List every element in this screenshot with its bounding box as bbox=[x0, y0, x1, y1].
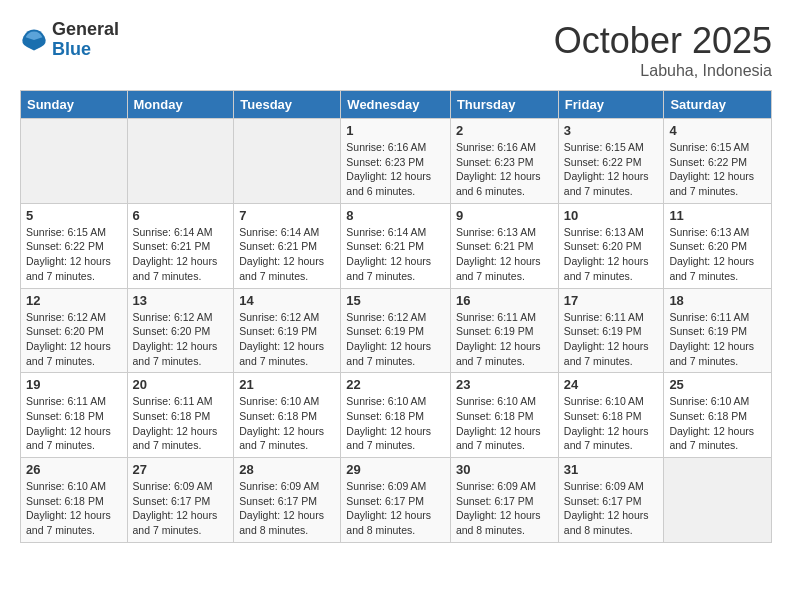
calendar-cell bbox=[127, 119, 234, 204]
calendar-header-thursday: Thursday bbox=[450, 91, 558, 119]
calendar-cell: 21Sunrise: 6:10 AM Sunset: 6:18 PM Dayli… bbox=[234, 373, 341, 458]
calendar-cell: 24Sunrise: 6:10 AM Sunset: 6:18 PM Dayli… bbox=[558, 373, 664, 458]
day-info: Sunrise: 6:14 AM Sunset: 6:21 PM Dayligh… bbox=[239, 225, 335, 284]
calendar-cell: 31Sunrise: 6:09 AM Sunset: 6:17 PM Dayli… bbox=[558, 458, 664, 543]
day-number: 29 bbox=[346, 462, 445, 477]
day-info: Sunrise: 6:10 AM Sunset: 6:18 PM Dayligh… bbox=[26, 479, 122, 538]
calendar-cell: 2Sunrise: 6:16 AM Sunset: 6:23 PM Daylig… bbox=[450, 119, 558, 204]
day-number: 17 bbox=[564, 293, 659, 308]
day-info: Sunrise: 6:09 AM Sunset: 6:17 PM Dayligh… bbox=[239, 479, 335, 538]
day-info: Sunrise: 6:11 AM Sunset: 6:19 PM Dayligh… bbox=[669, 310, 766, 369]
day-info: Sunrise: 6:10 AM Sunset: 6:18 PM Dayligh… bbox=[346, 394, 445, 453]
day-number: 15 bbox=[346, 293, 445, 308]
day-info: Sunrise: 6:15 AM Sunset: 6:22 PM Dayligh… bbox=[26, 225, 122, 284]
day-number: 25 bbox=[669, 377, 766, 392]
calendar-header-friday: Friday bbox=[558, 91, 664, 119]
calendar-cell: 27Sunrise: 6:09 AM Sunset: 6:17 PM Dayli… bbox=[127, 458, 234, 543]
logo-blue: Blue bbox=[52, 40, 119, 60]
day-number: 27 bbox=[133, 462, 229, 477]
calendar-header-sunday: Sunday bbox=[21, 91, 128, 119]
day-info: Sunrise: 6:09 AM Sunset: 6:17 PM Dayligh… bbox=[133, 479, 229, 538]
day-info: Sunrise: 6:09 AM Sunset: 6:17 PM Dayligh… bbox=[456, 479, 553, 538]
logo-text: General Blue bbox=[52, 20, 119, 60]
day-number: 28 bbox=[239, 462, 335, 477]
calendar-cell: 13Sunrise: 6:12 AM Sunset: 6:20 PM Dayli… bbox=[127, 288, 234, 373]
calendar-cell bbox=[21, 119, 128, 204]
calendar-cell: 12Sunrise: 6:12 AM Sunset: 6:20 PM Dayli… bbox=[21, 288, 128, 373]
day-number: 21 bbox=[239, 377, 335, 392]
page-header: General Blue October 2025 Labuha, Indone… bbox=[20, 20, 772, 80]
day-number: 12 bbox=[26, 293, 122, 308]
calendar-week-row: 5Sunrise: 6:15 AM Sunset: 6:22 PM Daylig… bbox=[21, 203, 772, 288]
calendar-cell bbox=[234, 119, 341, 204]
calendar-header-monday: Monday bbox=[127, 91, 234, 119]
logo-general: General bbox=[52, 20, 119, 40]
day-number: 7 bbox=[239, 208, 335, 223]
calendar-week-row: 19Sunrise: 6:11 AM Sunset: 6:18 PM Dayli… bbox=[21, 373, 772, 458]
calendar-cell: 17Sunrise: 6:11 AM Sunset: 6:19 PM Dayli… bbox=[558, 288, 664, 373]
month-title: October 2025 bbox=[554, 20, 772, 62]
title-section: October 2025 Labuha, Indonesia bbox=[554, 20, 772, 80]
day-number: 23 bbox=[456, 377, 553, 392]
calendar-cell: 25Sunrise: 6:10 AM Sunset: 6:18 PM Dayli… bbox=[664, 373, 772, 458]
day-number: 19 bbox=[26, 377, 122, 392]
day-number: 24 bbox=[564, 377, 659, 392]
day-number: 18 bbox=[669, 293, 766, 308]
day-number: 13 bbox=[133, 293, 229, 308]
day-info: Sunrise: 6:15 AM Sunset: 6:22 PM Dayligh… bbox=[564, 140, 659, 199]
day-number: 8 bbox=[346, 208, 445, 223]
day-info: Sunrise: 6:13 AM Sunset: 6:20 PM Dayligh… bbox=[564, 225, 659, 284]
day-number: 9 bbox=[456, 208, 553, 223]
logo: General Blue bbox=[20, 20, 119, 60]
day-number: 31 bbox=[564, 462, 659, 477]
day-number: 10 bbox=[564, 208, 659, 223]
day-number: 1 bbox=[346, 123, 445, 138]
day-number: 30 bbox=[456, 462, 553, 477]
day-info: Sunrise: 6:10 AM Sunset: 6:18 PM Dayligh… bbox=[456, 394, 553, 453]
calendar-week-row: 12Sunrise: 6:12 AM Sunset: 6:20 PM Dayli… bbox=[21, 288, 772, 373]
calendar-cell: 29Sunrise: 6:09 AM Sunset: 6:17 PM Dayli… bbox=[341, 458, 451, 543]
day-number: 14 bbox=[239, 293, 335, 308]
day-number: 4 bbox=[669, 123, 766, 138]
day-number: 11 bbox=[669, 208, 766, 223]
day-info: Sunrise: 6:10 AM Sunset: 6:18 PM Dayligh… bbox=[239, 394, 335, 453]
calendar-table: SundayMondayTuesdayWednesdayThursdayFrid… bbox=[20, 90, 772, 543]
calendar-cell: 8Sunrise: 6:14 AM Sunset: 6:21 PM Daylig… bbox=[341, 203, 451, 288]
calendar-cell: 5Sunrise: 6:15 AM Sunset: 6:22 PM Daylig… bbox=[21, 203, 128, 288]
calendar-cell: 18Sunrise: 6:11 AM Sunset: 6:19 PM Dayli… bbox=[664, 288, 772, 373]
day-info: Sunrise: 6:12 AM Sunset: 6:20 PM Dayligh… bbox=[26, 310, 122, 369]
calendar-cell: 4Sunrise: 6:15 AM Sunset: 6:22 PM Daylig… bbox=[664, 119, 772, 204]
calendar-cell: 23Sunrise: 6:10 AM Sunset: 6:18 PM Dayli… bbox=[450, 373, 558, 458]
calendar-cell: 15Sunrise: 6:12 AM Sunset: 6:19 PM Dayli… bbox=[341, 288, 451, 373]
day-info: Sunrise: 6:16 AM Sunset: 6:23 PM Dayligh… bbox=[456, 140, 553, 199]
calendar-cell: 14Sunrise: 6:12 AM Sunset: 6:19 PM Dayli… bbox=[234, 288, 341, 373]
day-info: Sunrise: 6:15 AM Sunset: 6:22 PM Dayligh… bbox=[669, 140, 766, 199]
calendar-cell: 7Sunrise: 6:14 AM Sunset: 6:21 PM Daylig… bbox=[234, 203, 341, 288]
day-number: 22 bbox=[346, 377, 445, 392]
calendar-cell: 20Sunrise: 6:11 AM Sunset: 6:18 PM Dayli… bbox=[127, 373, 234, 458]
calendar-header-wednesday: Wednesday bbox=[341, 91, 451, 119]
day-info: Sunrise: 6:14 AM Sunset: 6:21 PM Dayligh… bbox=[133, 225, 229, 284]
day-info: Sunrise: 6:11 AM Sunset: 6:18 PM Dayligh… bbox=[26, 394, 122, 453]
day-info: Sunrise: 6:09 AM Sunset: 6:17 PM Dayligh… bbox=[346, 479, 445, 538]
calendar-header-saturday: Saturday bbox=[664, 91, 772, 119]
calendar-cell: 30Sunrise: 6:09 AM Sunset: 6:17 PM Dayli… bbox=[450, 458, 558, 543]
calendar-cell: 19Sunrise: 6:11 AM Sunset: 6:18 PM Dayli… bbox=[21, 373, 128, 458]
day-info: Sunrise: 6:12 AM Sunset: 6:20 PM Dayligh… bbox=[133, 310, 229, 369]
day-number: 6 bbox=[133, 208, 229, 223]
calendar-cell: 10Sunrise: 6:13 AM Sunset: 6:20 PM Dayli… bbox=[558, 203, 664, 288]
calendar-cell: 1Sunrise: 6:16 AM Sunset: 6:23 PM Daylig… bbox=[341, 119, 451, 204]
calendar-cell: 9Sunrise: 6:13 AM Sunset: 6:21 PM Daylig… bbox=[450, 203, 558, 288]
day-info: Sunrise: 6:11 AM Sunset: 6:19 PM Dayligh… bbox=[456, 310, 553, 369]
location: Labuha, Indonesia bbox=[554, 62, 772, 80]
day-info: Sunrise: 6:12 AM Sunset: 6:19 PM Dayligh… bbox=[239, 310, 335, 369]
calendar-week-row: 26Sunrise: 6:10 AM Sunset: 6:18 PM Dayli… bbox=[21, 458, 772, 543]
calendar-header-tuesday: Tuesday bbox=[234, 91, 341, 119]
day-number: 26 bbox=[26, 462, 122, 477]
day-info: Sunrise: 6:14 AM Sunset: 6:21 PM Dayligh… bbox=[346, 225, 445, 284]
logo-icon bbox=[20, 26, 48, 54]
day-info: Sunrise: 6:16 AM Sunset: 6:23 PM Dayligh… bbox=[346, 140, 445, 199]
calendar-header-row: SundayMondayTuesdayWednesdayThursdayFrid… bbox=[21, 91, 772, 119]
calendar-cell: 16Sunrise: 6:11 AM Sunset: 6:19 PM Dayli… bbox=[450, 288, 558, 373]
day-info: Sunrise: 6:10 AM Sunset: 6:18 PM Dayligh… bbox=[669, 394, 766, 453]
